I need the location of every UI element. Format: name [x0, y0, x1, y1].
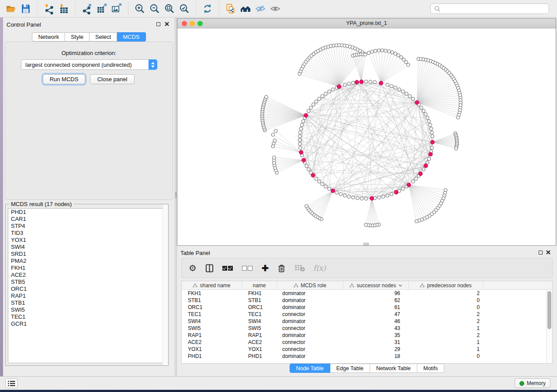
- table-toolbar: ⚙ ✚ f(x): [181, 258, 553, 278]
- control-panel-title: Control Panel: [7, 21, 41, 28]
- zoom-selected-button[interactable]: [177, 2, 192, 16]
- refresh-layout-button[interactable]: [200, 2, 215, 16]
- float-panel-icon[interactable]: [539, 251, 543, 254]
- show-columns-button[interactable]: [205, 262, 214, 274]
- import-table-button[interactable]: [56, 2, 71, 16]
- column-header-predecessor-nodes[interactable]: predecessor nodes: [409, 281, 483, 289]
- mcds-list-item[interactable]: PMA2: [8, 258, 166, 265]
- import-network-icon: [43, 3, 55, 14]
- delete-table-button[interactable]: [294, 262, 305, 274]
- import-network-button[interactable]: [42, 2, 56, 16]
- export-table-button[interactable]: [94, 2, 109, 16]
- float-panel-icon[interactable]: [156, 22, 160, 26]
- tab-node-table[interactable]: Node Table: [290, 364, 330, 373]
- add-column-button[interactable]: ✚: [262, 262, 269, 274]
- mcds-list-item[interactable]: STP4: [8, 223, 166, 230]
- export-image-icon: [111, 3, 122, 14]
- search-icon: [434, 6, 440, 12]
- column-header-name[interactable]: name: [242, 281, 277, 289]
- open-session-button[interactable]: [3, 2, 18, 16]
- mcds-list-item[interactable]: SWI4: [8, 244, 166, 251]
- column-header-successor-nodes[interactable]: successor nodes: [343, 281, 409, 289]
- zoom-fit-button[interactable]: [162, 2, 177, 16]
- deselect-all-button[interactable]: [242, 262, 253, 274]
- save-session-button[interactable]: [18, 2, 33, 16]
- table-scrollbar[interactable]: [546, 290, 552, 363]
- network-canvas[interactable]: [177, 28, 556, 245]
- run-mcds-button[interactable]: Run MCDS: [43, 74, 85, 84]
- mcds-list-item[interactable]: ORC1: [8, 285, 166, 292]
- close-panel-button[interactable]: Close panel: [90, 74, 135, 84]
- mcds-list-item[interactable]: STB5: [8, 279, 166, 285]
- mcds-list-item[interactable]: PHD1: [8, 209, 166, 216]
- table-cell: dominator: [277, 304, 343, 311]
- column-header-shared-name[interactable]: shared name: [182, 281, 242, 289]
- table-row[interactable]: ORC1ORC1dominator610: [182, 304, 552, 311]
- mcds-list-item[interactable]: SRD1: [8, 251, 166, 258]
- first-neighbors-button[interactable]: [238, 2, 253, 16]
- export-network-button[interactable]: [80, 2, 94, 16]
- search-input[interactable]: [443, 5, 545, 12]
- hide-selected-button[interactable]: [253, 2, 268, 16]
- mcds-list-item[interactable]: SWI5: [8, 306, 166, 313]
- mcds-list-item[interactable]: RAP1: [8, 292, 166, 299]
- table-row[interactable]: RAP1RAP1dominator352: [182, 332, 552, 339]
- table-row[interactable]: SWI4SWI4dominator462: [182, 318, 552, 325]
- delete-column-button[interactable]: [277, 262, 286, 274]
- checked-box-icon: [222, 266, 227, 271]
- memory-button[interactable]: Memory: [515, 378, 550, 388]
- criterion-select[interactable]: largest connected component (undirected): [21, 59, 157, 70]
- close-panel-icon[interactable]: [164, 21, 170, 27]
- toolbar-separator: [196, 2, 196, 15]
- column-label: name: [253, 282, 266, 289]
- clone-network-button[interactable]: [223, 2, 238, 16]
- mcds-result-list[interactable]: PHD1CAR1STP4TID3YOX1SWI4SRD1PMA2FKH1ACE2…: [8, 208, 166, 363]
- column-settings-button[interactable]: ⚙: [189, 262, 197, 274]
- zoom-in-button[interactable]: [132, 2, 147, 16]
- search-box[interactable]: [430, 3, 549, 14]
- table-cell: YOX1: [242, 346, 277, 353]
- result-scrollbar[interactable]: [163, 205, 168, 365]
- open-folder-icon: [5, 3, 17, 14]
- mcds-list-item[interactable]: GCR1: [8, 320, 166, 327]
- tab-network[interactable]: Network: [32, 32, 65, 41]
- tab-mcds[interactable]: MCDS: [117, 32, 145, 41]
- task-history-button[interactable]: [5, 378, 17, 388]
- table-tabs: Node TableEdge TableNetwork TableMotifs: [177, 364, 557, 373]
- table-cell: 2: [409, 311, 483, 318]
- table-cell: 31: [343, 339, 409, 346]
- export-image-button[interactable]: [109, 2, 124, 16]
- scrollbar-thumb[interactable]: [547, 291, 551, 329]
- mcds-list-item[interactable]: YOX1: [8, 237, 166, 244]
- tab-edge-table[interactable]: Edge Table: [330, 364, 370, 373]
- close-panel-icon[interactable]: [546, 250, 551, 255]
- splitter-grip[interactable]: [175, 192, 176, 198]
- mcds-list-item[interactable]: TEC1: [8, 313, 166, 320]
- function-builder-button[interactable]: f(x): [313, 262, 326, 274]
- table-row[interactable]: PHD1PHD1dominator180: [182, 353, 552, 360]
- table-row[interactable]: SWI5SWI5connector431: [182, 325, 552, 332]
- sort-chevron-icon[interactable]: [398, 284, 402, 287]
- table-row[interactable]: ACE2ACE2connector311: [182, 339, 552, 346]
- tab-motifs[interactable]: Motifs: [417, 364, 444, 373]
- mcds-list-item[interactable]: TID3: [8, 230, 166, 237]
- select-all-button[interactable]: [222, 262, 234, 274]
- horizontal-splitter-grip[interactable]: [363, 243, 369, 245]
- table-row[interactable]: YOX1YOX1connector291: [182, 346, 552, 353]
- table-cell: 1: [409, 339, 483, 346]
- mcds-list-item[interactable]: STB1: [8, 299, 166, 306]
- tab-style[interactable]: Style: [65, 32, 90, 41]
- table-row[interactable]: TEC1TEC1connector472: [182, 311, 552, 318]
- zoom-out-button[interactable]: [147, 2, 162, 16]
- network-titlebar[interactable]: YPA_prune.txt_1: [177, 19, 556, 28]
- tab-select[interactable]: Select: [90, 32, 117, 41]
- network-graph[interactable]: [177, 28, 556, 245]
- mcds-list-item[interactable]: FKH1: [8, 265, 166, 272]
- mcds-list-item[interactable]: ACE2: [8, 272, 166, 279]
- show-all-button[interactable]: [268, 2, 283, 16]
- mcds-list-item[interactable]: CAR1: [8, 216, 166, 223]
- table-row[interactable]: FKH1FKH1dominator962: [182, 290, 552, 297]
- column-header-MCDS-role[interactable]: MCDS role: [277, 281, 343, 289]
- table-row[interactable]: STB1STB1dominator620: [182, 297, 552, 304]
- tab-network-table[interactable]: Network Table: [370, 364, 417, 373]
